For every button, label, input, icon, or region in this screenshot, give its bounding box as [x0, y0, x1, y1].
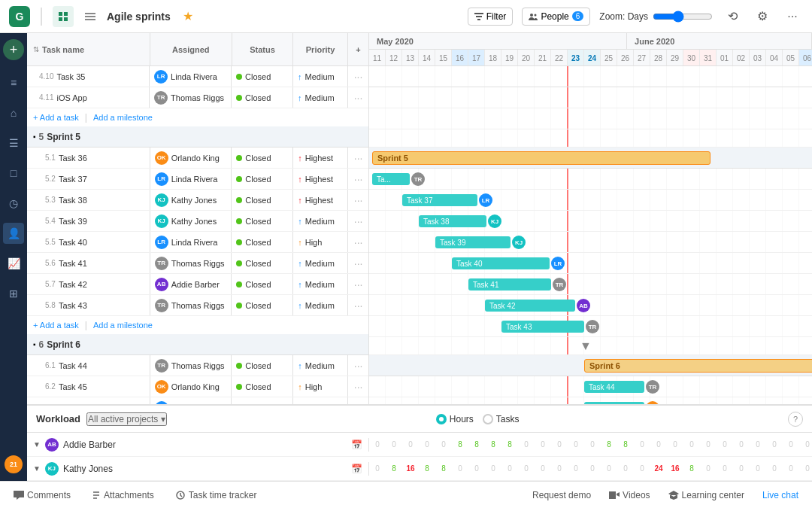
- bar-5-8[interactable]: Task 43: [501, 321, 584, 333]
- action-5-6[interactable]: ···: [348, 257, 368, 269]
- bar-5-6[interactable]: Task 41: [468, 278, 551, 291]
- action-5-7[interactable]: ···: [348, 278, 368, 291]
- tracker-btn[interactable]: Task time tracker: [171, 487, 262, 503]
- status-5-3: Closed: [232, 190, 293, 210]
- action-4-10[interactable]: ···: [348, 71, 368, 83]
- day-jun02: 02: [733, 50, 750, 65]
- filter-btn[interactable]: Filter: [468, 8, 514, 26]
- bar-6-1[interactable]: Task 44: [584, 381, 644, 393]
- avatar-4-11: TR: [154, 91, 168, 105]
- bar-5-1[interactable]: Ta...: [372, 173, 410, 185]
- gantt-header: ⇅ Task name Assigned Status Priority + M…: [27, 33, 812, 66]
- people-btn[interactable]: People 6: [522, 8, 590, 26]
- bar-avatar-5-3: KJ: [488, 214, 501, 228]
- footer: Comments Attachments Task time tracker R…: [0, 481, 812, 508]
- workload-expand-kathy[interactable]: ▼: [33, 464, 41, 473]
- bar-avatar-5-4: KJ: [512, 236, 526, 249]
- workload-expand-addie[interactable]: ▼: [33, 440, 41, 449]
- sprint-6-bar: Sprint 6: [584, 359, 812, 373]
- task-name-5-1: 5.1Task 36: [27, 148, 150, 168]
- assigned-5-5: LRLinda Rivera: [150, 232, 232, 252]
- add-milestone-5[interactable]: Add a milestone: [93, 321, 153, 330]
- sidebar-home[interactable]: ⌂: [3, 102, 24, 123]
- add-task-5[interactable]: + Add a task: [33, 321, 79, 330]
- sidebar-apps[interactable]: ⊞: [3, 283, 24, 304]
- radio-hours[interactable]: Hours: [436, 414, 474, 424]
- task-row-6-3: 6.3Task 46 LRLinda Rivera In pro... ↑Med…: [27, 397, 368, 404]
- bar-6-2[interactable]: Task 45: [584, 402, 644, 404]
- status-6-1: Closed: [232, 355, 293, 376]
- settings-btn[interactable]: ⚙: [752, 6, 773, 27]
- task-name-5-6: 5.6Task 41: [27, 253, 150, 273]
- action-5-1[interactable]: ···: [348, 152, 368, 164]
- bar-5-3[interactable]: Task 38: [419, 215, 486, 227]
- view-list-btn[interactable]: [80, 6, 101, 27]
- priority-5-1: ↑Highest: [293, 148, 348, 168]
- workload-cal-kathy[interactable]: 📅: [351, 464, 362, 474]
- task-name-5-2: 5.2Task 37: [27, 169, 150, 189]
- sidebar-time[interactable]: ◷: [3, 193, 24, 214]
- zoom-slider[interactable]: [653, 11, 713, 23]
- svg-rect-3: [64, 17, 68, 21]
- learning-btn[interactable]: Learning center: [664, 487, 749, 503]
- history-btn[interactable]: ⟲: [722, 6, 743, 27]
- attachments-btn[interactable]: Attachments: [87, 487, 159, 503]
- workload-cal-addie[interactable]: 📅: [351, 440, 362, 450]
- task-row-5-8: 5.8Task 43 TRThomas Riggs Closed ↑Medium…: [27, 295, 368, 316]
- day-21: 21: [535, 50, 551, 65]
- assigned-4-10: LRLinda Rivera: [150, 66, 232, 87]
- action-5-5[interactable]: ···: [348, 236, 368, 248]
- day-15: 15: [435, 50, 452, 65]
- status-6-3: In pro...: [232, 397, 293, 404]
- day-row: 11 12 13 14 15 16 17 18 19 20 21 22 23 2…: [369, 50, 812, 65]
- assigned-5-6: TRThomas Riggs: [150, 253, 232, 273]
- request-demo-btn[interactable]: Request demo: [528, 487, 595, 503]
- action-4-11[interactable]: ···: [348, 92, 368, 104]
- status-4-11: Closed: [232, 87, 293, 108]
- sidebar-users[interactable]: 👤: [3, 223, 24, 244]
- bar-5-2[interactable]: Task 37: [402, 194, 477, 206]
- live-chat-btn[interactable]: Live chat: [758, 487, 803, 503]
- task-name-5-8: 5.8Task 43: [27, 295, 150, 315]
- radio-tasks[interactable]: Tasks: [483, 414, 520, 424]
- sprint-5-collapse[interactable]: ▪: [33, 132, 36, 141]
- add-milestone-4[interactable]: Add a milestone: [93, 113, 153, 122]
- action-5-8[interactable]: ···: [348, 300, 368, 312]
- action-5-4[interactable]: ···: [348, 215, 368, 227]
- col-header-add[interactable]: +: [348, 33, 368, 65]
- sort-btn[interactable]: ⇅: [33, 45, 39, 53]
- sidebar-avatar[interactable]: 21: [3, 454, 24, 475]
- star-icon[interactable]: ★: [183, 9, 193, 23]
- sprint-6-collapse[interactable]: ▪: [33, 340, 36, 348]
- month-june: June 2020: [627, 33, 812, 49]
- bar-5-4[interactable]: Task 39: [435, 236, 511, 248]
- videos-btn[interactable]: Videos: [604, 487, 654, 503]
- bar-5-5[interactable]: Task 40: [452, 257, 550, 269]
- workload-filter-btn[interactable]: All active projects ▾: [86, 412, 167, 426]
- view-grid-btn[interactable]: [53, 6, 74, 27]
- sidebar-add-btn[interactable]: +: [3, 39, 24, 60]
- add-task-4[interactable]: + Add a task: [33, 113, 79, 122]
- bar-5-7[interactable]: Task 42: [485, 300, 575, 312]
- project-title: Agile sprints: [107, 11, 171, 23]
- action-5-3[interactable]: ···: [348, 194, 368, 206]
- avatar-5-2: LR: [155, 172, 168, 186]
- status-5-8: Closed: [232, 295, 293, 315]
- action-5-2[interactable]: ···: [348, 173, 368, 185]
- action-6-2[interactable]: ···: [348, 381, 368, 393]
- sidebar-inbox[interactable]: ☰: [3, 132, 24, 154]
- task-row-4-10: 4.10Task 35 LRLinda Rivera Closed ↑Mediu…: [27, 66, 368, 87]
- main-content: + ≡ ⌂ ☰ □ ◷ 👤 📈 ⊞ 21 ⇅ Task name: [0, 33, 812, 481]
- workload-help-btn[interactable]: ?: [788, 412, 803, 427]
- assigned-6-3: LRLinda Rivera: [150, 397, 232, 404]
- svg-point-8: [535, 14, 537, 16]
- sidebar-notifications[interactable]: ≡: [3, 72, 24, 93]
- sidebar-docs[interactable]: □: [3, 163, 24, 184]
- more-btn[interactable]: ···: [782, 6, 803, 27]
- gantt-wrapper: ⇅ Task name Assigned Status Priority + M…: [27, 33, 812, 481]
- sidebar-analytics[interactable]: 📈: [3, 253, 24, 274]
- svg-point-7: [530, 14, 533, 17]
- day-18: 18: [485, 50, 501, 65]
- comments-btn[interactable]: Comments: [9, 487, 75, 503]
- action-6-1[interactable]: ···: [348, 360, 368, 372]
